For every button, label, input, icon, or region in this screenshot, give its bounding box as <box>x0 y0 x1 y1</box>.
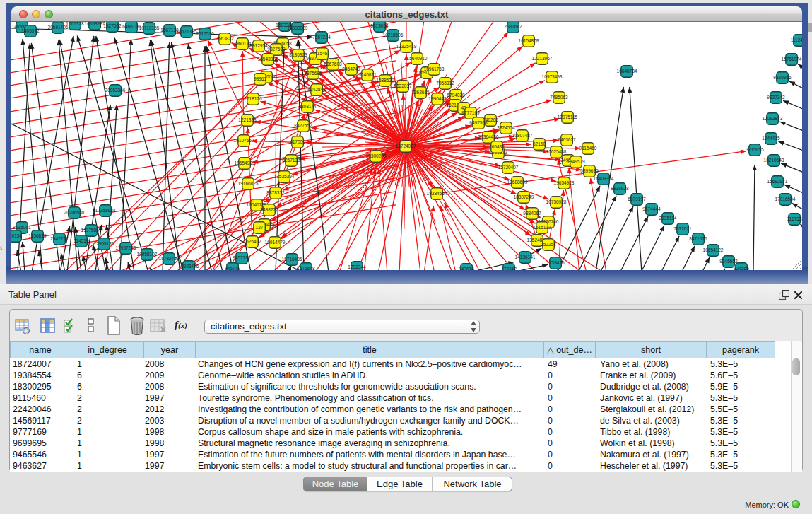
svg-text:114519: 114519 <box>73 238 89 243</box>
svg-text:10958107: 10958107 <box>137 252 158 257</box>
svg-text:2935114: 2935114 <box>659 216 677 221</box>
svg-text:6497568: 6497568 <box>469 120 488 125</box>
svg-text:7955812: 7955812 <box>436 81 454 86</box>
svg-text:10688609: 10688609 <box>507 180 528 185</box>
svg-text:173342: 173342 <box>501 267 517 270</box>
svg-text:16543382: 16543382 <box>258 57 278 62</box>
svg-text:8938928: 8938928 <box>611 186 629 191</box>
svg-text:1244415: 1244415 <box>762 136 780 141</box>
svg-text:1349579: 1349579 <box>567 159 585 164</box>
svg-text:8535061: 8535061 <box>13 225 31 230</box>
svg-text:6466160: 6466160 <box>122 24 141 29</box>
svg-text:19384554: 19384554 <box>427 191 447 196</box>
svg-text:0899695: 0899695 <box>580 168 599 173</box>
svg-text:7515526: 7515526 <box>196 31 214 36</box>
svg-text:1362615: 1362615 <box>411 90 430 95</box>
svg-text:18724007: 18724007 <box>396 144 416 148</box>
svg-text:1156829: 1156829 <box>29 233 47 238</box>
svg-text:1112437: 1112437 <box>791 37 802 42</box>
svg-text:3215955: 3215955 <box>746 147 764 152</box>
svg-text:10654983: 10654983 <box>235 160 255 165</box>
svg-text:15692971: 15692971 <box>767 179 788 184</box>
svg-text:1571648: 1571648 <box>297 266 315 270</box>
svg-text:15716485: 15716485 <box>282 257 302 262</box>
svg-text:16782759: 16782759 <box>159 256 180 261</box>
svg-text:1527602: 1527602 <box>103 23 122 28</box>
svg-text:3960124: 3960124 <box>233 41 252 46</box>
svg-text:8471676: 8471676 <box>689 236 707 241</box>
svg-text:9115460: 9115460 <box>579 146 597 151</box>
svg-text:2803144: 2803144 <box>298 104 317 109</box>
svg-text:3824554: 3824554 <box>497 125 515 130</box>
svg-text:7663822: 7663822 <box>216 36 234 41</box>
svg-text:252254: 252254 <box>541 242 556 247</box>
svg-text:16033809: 16033809 <box>288 25 308 30</box>
svg-text:924565: 924565 <box>734 266 749 270</box>
svg-text:7485063: 7485063 <box>550 95 568 100</box>
svg-text:15751074: 15751074 <box>782 57 802 62</box>
svg-text:98961: 98961 <box>254 76 266 81</box>
svg-text:19654923: 19654923 <box>554 180 575 185</box>
svg-text:7632621: 7632621 <box>673 226 692 231</box>
svg-text:6794028: 6794028 <box>447 93 465 98</box>
svg-text:1065328: 1065328 <box>66 22 84 26</box>
svg-text:9245652: 9245652 <box>719 259 738 264</box>
svg-text:10756928: 10756928 <box>546 199 567 204</box>
svg-text:17359924: 17359924 <box>95 208 116 213</box>
svg-text:9146821: 9146821 <box>358 72 377 77</box>
svg-text:9674444: 9674444 <box>642 206 661 211</box>
svg-text:12923446: 12923446 <box>179 264 199 269</box>
svg-text:8813054: 8813054 <box>370 23 389 28</box>
svg-text:1990448: 1990448 <box>428 96 447 101</box>
svg-text:1292344: 1292344 <box>348 264 366 269</box>
svg-text:19975867: 19975867 <box>81 228 102 233</box>
svg-text:8912954: 8912954 <box>249 43 268 48</box>
svg-text:9227342: 9227342 <box>767 95 785 100</box>
svg-text:2942757: 2942757 <box>50 236 69 241</box>
svg-text:9242848: 9242848 <box>307 87 326 92</box>
svg-text:116753: 116753 <box>787 216 802 221</box>
svg-text:165432: 165432 <box>489 144 505 149</box>
svg-text:15640910: 15640910 <box>407 56 428 61</box>
svg-text:13325419: 13325419 <box>396 44 417 49</box>
svg-text:15720407: 15720407 <box>498 165 519 170</box>
svg-text:945779: 945779 <box>225 266 240 270</box>
svg-text:143614: 143614 <box>459 267 474 270</box>
svg-text:10025488: 10025488 <box>546 149 567 154</box>
svg-text:1221338: 1221338 <box>238 117 257 122</box>
svg-text:20206538: 20206538 <box>64 210 85 215</box>
svg-text:19166825: 19166825 <box>238 181 259 186</box>
svg-text:12975115: 12975115 <box>558 115 578 119</box>
svg-text:9457791: 9457791 <box>233 255 251 260</box>
svg-text:16210643: 16210643 <box>764 158 784 163</box>
svg-text:9327509: 9327509 <box>267 47 286 52</box>
svg-text:9884067: 9884067 <box>523 211 541 216</box>
svg-text:16961758: 16961758 <box>424 66 445 71</box>
svg-text:12093873: 12093873 <box>763 116 783 121</box>
svg-text:14136141: 14136141 <box>515 255 536 259</box>
svg-text:2718126: 2718126 <box>244 96 262 101</box>
svg-text:10653287: 10653287 <box>85 22 105 26</box>
svg-text:8427552: 8427552 <box>294 123 312 128</box>
svg-text:9329966: 9329966 <box>773 75 792 80</box>
svg-text:1405572: 1405572 <box>21 28 40 33</box>
svg-text:16107552: 16107552 <box>234 138 254 143</box>
svg-text:3498222: 3498222 <box>260 207 278 212</box>
svg-text:17016504: 17016504 <box>775 197 796 201</box>
svg-text:16648784: 16648784 <box>617 69 637 74</box>
svg-text:1588520: 1588520 <box>376 78 394 83</box>
svg-text:18300295: 18300295 <box>366 153 387 158</box>
svg-text:10973493: 10973493 <box>542 74 563 79</box>
svg-text:16914479: 16914479 <box>265 240 286 245</box>
svg-text:8878332: 8878332 <box>266 190 285 195</box>
svg-text:16409354: 16409354 <box>594 176 614 181</box>
svg-text:1733426: 1733426 <box>546 260 565 265</box>
svg-text:10807487: 10807487 <box>512 133 533 138</box>
svg-text:16154808: 16154808 <box>519 38 539 43</box>
svg-text:2087682: 2087682 <box>504 24 522 29</box>
svg-text:19218506: 19218506 <box>383 33 404 37</box>
svg-text:12905135: 12905135 <box>94 241 114 246</box>
svg-text:20364436: 20364436 <box>478 134 499 139</box>
svg-text:8267130: 8267130 <box>282 158 300 163</box>
svg-text:9463627: 9463627 <box>558 137 576 142</box>
